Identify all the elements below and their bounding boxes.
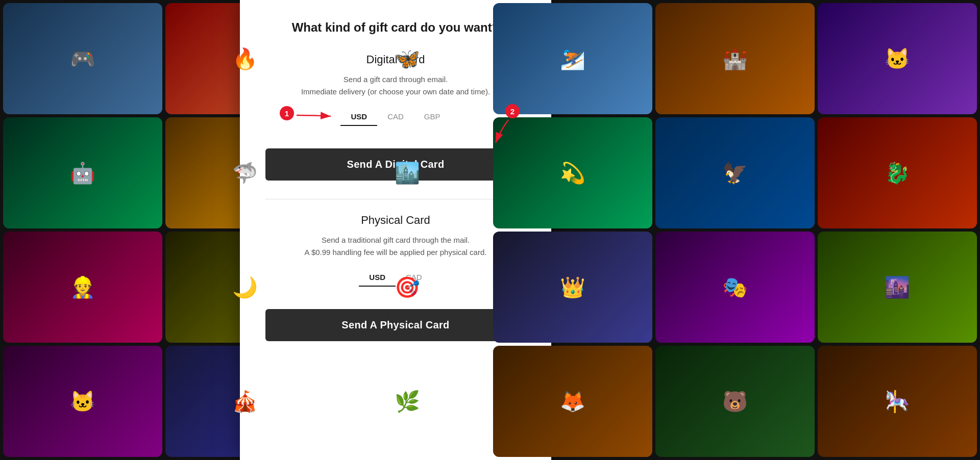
- collage-cell: 🐱: [3, 346, 162, 457]
- collage-cell: 🦈: [165, 117, 325, 228]
- collage-cell: 🐉: [818, 117, 977, 228]
- collage-cell: 🌿: [328, 346, 487, 457]
- collage-cell: 🏰: [655, 3, 815, 114]
- collage-cell: 🐻: [655, 346, 815, 457]
- annotation-2: 2: [505, 104, 520, 118]
- collage-cell: 🎭: [655, 232, 815, 343]
- bg-right: ⛷️ 🏰 🐱 💫 🦅 🐉 👑 🎭 🌆 🦊 🐻 🎠: [490, 0, 980, 460]
- collage-cell: 🌆: [818, 232, 977, 343]
- collage-cell: 🎠: [818, 346, 977, 457]
- collage-cell: ⛷️: [493, 3, 652, 114]
- collage-cell: 👑: [493, 232, 652, 343]
- annotation-1: 1: [280, 106, 294, 120]
- collage-cell: 🎪: [165, 346, 325, 457]
- collage-cell: 🦋: [328, 3, 487, 114]
- collage-cell: 👷: [3, 232, 162, 343]
- collage-cell: 🎯: [328, 232, 487, 343]
- collage-cell: 🐱: [818, 3, 977, 114]
- collage-cell: 🏙️: [328, 117, 487, 228]
- background-collage: 🎮 🔥 🦋 🤖 🦈 🏙️ 👷 🌙 🎯 🐱 🎪 🌿 What kind of gi…: [0, 0, 980, 460]
- collage-cell: 🌙: [165, 232, 325, 343]
- collage-cell: 🦊: [493, 346, 652, 457]
- collage-cell: 🎮: [3, 3, 162, 114]
- collage-cell: 🦅: [655, 117, 815, 228]
- collage-cell: 💫: [493, 117, 652, 228]
- collage-cell: 🤖: [3, 117, 162, 228]
- collage-cell: 🔥: [165, 3, 325, 114]
